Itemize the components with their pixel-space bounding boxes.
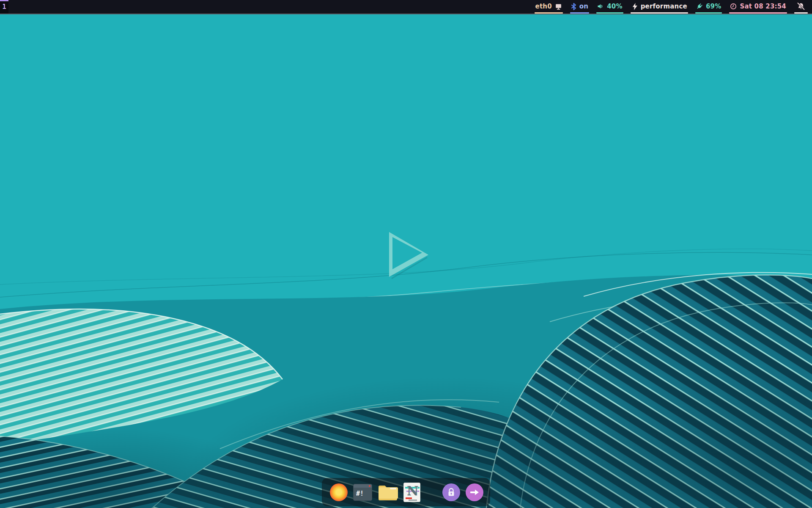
power-profile-underline [631, 12, 688, 14]
notes-red-line [406, 497, 412, 499]
clock-underline [729, 12, 787, 14]
battery-label: 69% [706, 3, 721, 10]
workspace-accent [0, 0, 8, 1]
network-label: eth0 [535, 3, 552, 10]
status-bluetooth[interactable]: on [570, 0, 589, 14]
speaker-icon [597, 3, 604, 10]
clock-label: Sat 08 23:54 [740, 3, 786, 10]
desktop: 1 eth0 [0, 0, 812, 508]
dock-item-lock-screen[interactable] [442, 483, 460, 501]
notes-gray-line [409, 500, 417, 501]
bolt-icon [631, 3, 638, 10]
dock-item-terminal[interactable]: #! [353, 484, 372, 501]
desktop-wallpaper [0, 0, 812, 508]
notes-n-icon: N [403, 483, 420, 502]
network-underline [535, 12, 563, 14]
monitor-icon [555, 3, 562, 10]
status-widgets: eth0 on [535, 0, 812, 14]
bell-slash-icon [797, 3, 805, 10]
logout-button-circle [466, 483, 483, 501]
status-notifications[interactable] [794, 0, 808, 14]
bluetooth-underline [570, 12, 589, 14]
dock-item-notes[interactable]: N [403, 483, 420, 502]
notes-letter: N [407, 483, 418, 498]
top-bar: 1 eth0 [0, 0, 812, 14]
lock-button-circle [442, 483, 460, 501]
folder-icon [378, 483, 398, 501]
clock-icon [730, 3, 737, 10]
lock-icon [447, 488, 455, 497]
power-profile-label: performance [641, 3, 687, 10]
battery-underline [695, 12, 722, 14]
terminal-close-dot [369, 485, 370, 487]
workspace-label: 1 [2, 3, 6, 11]
terminal-glyph: #! [356, 490, 364, 497]
status-battery[interactable]: 69% [695, 0, 722, 14]
arrow-right-icon [470, 489, 479, 496]
dock-item-logout[interactable] [466, 483, 483, 501]
terminal-icon: #! [353, 484, 372, 501]
sun-icon [330, 483, 348, 501]
bluetooth-label: on [579, 3, 588, 10]
dock: #! N [322, 478, 490, 506]
status-volume[interactable]: 40% [596, 0, 623, 14]
volume-underline [596, 12, 623, 14]
notifications-underline [794, 12, 808, 14]
plug-icon [696, 3, 703, 10]
bluetooth-icon [571, 3, 576, 10]
dock-item-launcher[interactable] [330, 483, 348, 501]
volume-label: 40% [607, 3, 623, 10]
dock-item-file-manager[interactable] [378, 483, 398, 501]
status-network[interactable]: eth0 [535, 0, 563, 14]
status-clock[interactable]: Sat 08 23:54 [729, 0, 787, 14]
workspace-indicator-1[interactable]: 1 [0, 0, 8, 14]
status-power-profile[interactable]: performance [631, 0, 688, 14]
